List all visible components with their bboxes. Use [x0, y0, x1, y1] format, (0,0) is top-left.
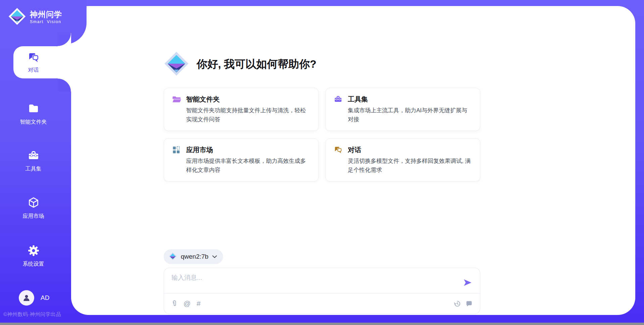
- spacer: [164, 182, 480, 249]
- sidebar-item-label: 应用市场: [23, 213, 44, 220]
- card-title: 对话: [348, 145, 473, 154]
- history-icon: [454, 300, 461, 307]
- sidebar-item-label: 系统设置: [23, 261, 44, 268]
- brand-logo-icon: [169, 252, 177, 261]
- paperclip-icon: [171, 300, 177, 308]
- sidebar-item-chat[interactable]: 对话: [13, 46, 71, 78]
- card-description: 智能文件夹功能支持批量文件上传与清洗，轻松实现文件问答: [186, 106, 311, 124]
- mention-button[interactable]: @: [183, 300, 191, 307]
- model-selector[interactable]: qwen2:7b: [164, 249, 223, 264]
- composer: @ #: [164, 268, 480, 314]
- brand-name: 神州问学: [30, 10, 62, 19]
- tab-fillet-bottom: [58, 78, 71, 92]
- card-chat[interactable]: 对话 灵活切换多模型文件，支持多样回复效果调试, 满足个性化需求: [325, 138, 480, 182]
- sidebar-item-label: 对话: [28, 67, 39, 74]
- composer-tools-right: [454, 294, 473, 314]
- send-icon: [463, 282, 472, 287]
- sidebar-item-label: 工具集: [25, 166, 42, 173]
- card-smart-folder[interactable]: 智能文件夹 智能文件夹功能支持批量文件上传与清洗，轻松实现文件问答: [164, 88, 319, 131]
- card-app-market[interactable]: 应用市场 应用市场提供丰富长文本模板，助力高效生成多样化文章内容: [164, 138, 319, 182]
- chat-bubbles-icon: [334, 145, 348, 154]
- gear-icon: [28, 245, 40, 258]
- briefcase-icon: [334, 95, 348, 104]
- main-content: 你好, 我可以如何帮助你? 智能文件夹 智能文件夹功能支持批量文件上传与清洗，轻…: [164, 0, 480, 325]
- history-button[interactable]: [454, 300, 461, 307]
- avatar: [19, 290, 34, 306]
- attach-file-button[interactable]: [171, 300, 177, 308]
- user-initials: AD: [41, 294, 49, 302]
- sidebar-item-smart-folders[interactable]: 智能文件夹: [0, 103, 67, 126]
- topic-button[interactable]: #: [197, 300, 201, 307]
- card-title: 工具集: [348, 95, 473, 104]
- card-toolset[interactable]: 工具集 集成市场上主流工具，助力AI与外界无缝扩展与对接: [325, 88, 480, 131]
- toolbox-icon: [28, 149, 40, 163]
- brand-subtitle: Smart Vision: [30, 19, 62, 24]
- feature-cards: 智能文件夹 智能文件夹功能支持批量文件上传与清洗，轻松实现文件问答 工具集 集成…: [164, 88, 480, 182]
- sidebar-item-app-market[interactable]: 应用市场: [0, 197, 67, 220]
- brand-logo-icon: [8, 7, 26, 27]
- card-title: 智能文件夹: [186, 95, 311, 104]
- user-profile[interactable]: AD: [19, 290, 49, 306]
- card-description: 应用市场提供丰富长文本模板，助力高效生成多样化文章内容: [186, 156, 311, 175]
- chat-icon: [28, 51, 40, 65]
- model-name: qwen2:7b: [181, 253, 208, 260]
- cube-icon: [28, 197, 40, 210]
- at-icon: @: [183, 300, 191, 307]
- greeting: 你好, 我可以如何帮助你?: [164, 51, 480, 78]
- brand: 神州问学 Smart Vision: [8, 7, 62, 27]
- hash-icon: #: [197, 300, 201, 307]
- card-title: 应用市场: [186, 145, 311, 154]
- window-bottom-strip: [0, 323, 644, 325]
- folder-open-icon: [172, 95, 186, 104]
- composer-tools: @ #: [171, 294, 201, 314]
- folder-icon: [28, 103, 40, 116]
- app-window: 神州问学 Smart Vision 对话 智能文件夹: [0, 0, 644, 325]
- sidebar-item-label: 智能文件夹: [20, 119, 47, 126]
- message-input[interactable]: [171, 273, 446, 290]
- composer-divider: [164, 293, 480, 294]
- sidebar-item-toolset[interactable]: 工具集: [0, 149, 67, 173]
- tab-fillet-top: [58, 33, 71, 46]
- greeting-title: 你好, 我可以如何帮助你?: [197, 57, 316, 72]
- card-description: 灵活切换多模型文件，支持多样回复效果调试, 满足个性化需求: [348, 156, 473, 175]
- copyright-footer: ©神州数码·神州问学出品: [3, 311, 61, 318]
- send-button[interactable]: [463, 279, 472, 286]
- brand-logo-icon: [164, 51, 189, 78]
- card-description: 集成市场上主流工具，助力AI与外界无缝扩展与对接: [348, 106, 473, 124]
- grid-icon: [172, 145, 186, 154]
- sidebar-item-settings[interactable]: 系统设置: [0, 245, 67, 268]
- comment-button[interactable]: [466, 300, 473, 307]
- chevron-down-icon: [212, 254, 217, 259]
- comment-icon: [466, 300, 473, 307]
